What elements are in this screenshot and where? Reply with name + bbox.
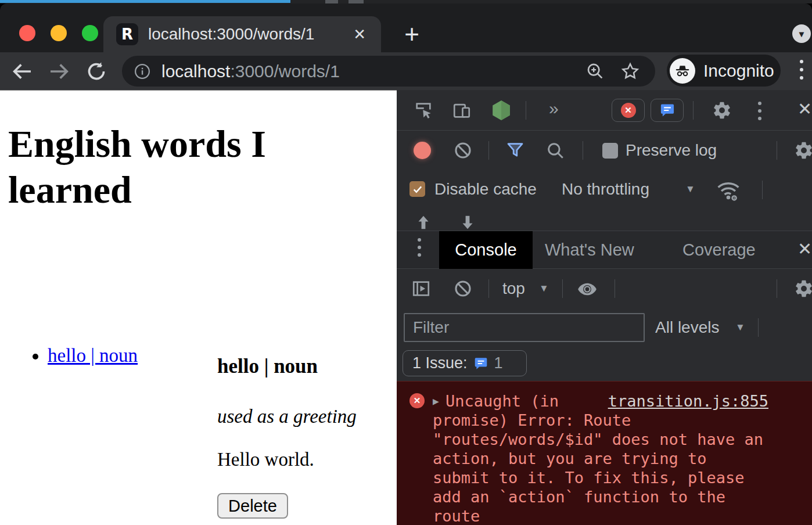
import-har-icon[interactable]: [414, 213, 433, 232]
browser-toolbar: localhost:3000/words/1 Incognito: [0, 52, 812, 90]
back-icon[interactable]: [10, 60, 34, 83]
settings-gear-icon[interactable]: [712, 100, 732, 120]
console-context-select[interactable]: top: [502, 279, 525, 298]
error-count-icon: ✕: [621, 103, 636, 118]
inspect-element-icon[interactable]: [414, 100, 433, 120]
reload-icon[interactable]: [85, 60, 108, 83]
expand-error-icon[interactable]: ▶: [433, 391, 445, 411]
tab-title: localhost:3000/words/1: [148, 25, 353, 44]
console-filter-row: All levels ▼: [397, 308, 812, 347]
issues-label: 1 Issue:: [412, 354, 468, 372]
address-host: localhost: [161, 62, 230, 81]
browser-menu-icon[interactable]: [799, 60, 804, 80]
web-page: English words I learned hello | noun hel…: [0, 90, 397, 525]
devtools-main-toolbar: » ✕ ✕: [397, 90, 812, 131]
error-body: transition.js:855 ▶Uncaught (in promise)…: [433, 391, 768, 525]
record-network-log-icon[interactable]: [414, 142, 431, 159]
network-toolbar: Preserve log: [397, 131, 812, 170]
browser-window: R localhost:3000/words/1 ✕ + ▼ localhost…: [0, 0, 812, 525]
preserve-log-label[interactable]: Preserve log: [626, 141, 717, 160]
word-title: hello | noun: [217, 355, 318, 378]
drawer-menu-icon[interactable]: [418, 238, 421, 257]
forward-icon[interactable]: [48, 60, 71, 83]
network-conditions-icon[interactable]: [716, 178, 741, 204]
tab-search-button[interactable]: ▼: [792, 24, 811, 43]
address-path: :3000/words/1: [230, 62, 339, 81]
fullscreen-window-button[interactable]: [82, 25, 98, 41]
bookmark-star-icon[interactable]: [620, 62, 640, 81]
nodejs-icon[interactable]: [490, 99, 513, 122]
list-item: hello | noun: [48, 345, 138, 366]
issues-icon: [659, 102, 676, 118]
tab-coverage[interactable]: Coverage: [682, 231, 756, 269]
error-message-text: Uncaught (in promise) Error: Route "rout…: [433, 392, 763, 525]
console-errors-badge[interactable]: ✕: [612, 99, 645, 122]
context-dropdown-icon[interactable]: ▼: [539, 283, 549, 294]
tab-bar: R localhost:3000/words/1 ✕ + ▼: [0, 3, 812, 52]
console-settings-gear-icon[interactable]: [794, 279, 812, 299]
throttling-select[interactable]: No throttling: [562, 180, 649, 199]
window-controls: [19, 25, 98, 41]
incognito-badge[interactable]: Incognito: [667, 55, 781, 87]
page-title: English words I learned: [8, 121, 333, 213]
close-window-button[interactable]: [19, 25, 35, 41]
log-levels-select[interactable]: All levels: [655, 318, 719, 337]
filter-funnel-icon[interactable]: [505, 141, 525, 160]
search-icon[interactable]: [545, 141, 565, 160]
remix-favicon-icon: R: [116, 23, 138, 45]
devtools-close-icon[interactable]: ✕: [797, 99, 812, 119]
minimize-window-button[interactable]: [51, 25, 67, 41]
console-issues-row: 1 Issue: 1: [397, 347, 812, 381]
tab-console[interactable]: Console: [439, 231, 533, 269]
network-conditions-row: Disable cache No throttling ▼: [397, 170, 812, 209]
live-expression-eye-icon[interactable]: [576, 278, 598, 300]
more-tabs-icon[interactable]: »: [549, 99, 555, 118]
network-settings-gear-icon[interactable]: [794, 141, 812, 160]
word-list: hello | noun: [0, 345, 138, 366]
browser-tab[interactable]: R localhost:3000/words/1 ✕: [103, 16, 381, 52]
tab-whats-new[interactable]: What's New: [545, 231, 634, 269]
levels-dropdown-icon[interactable]: ▼: [735, 322, 745, 333]
chevron-down-icon: ▼: [797, 29, 806, 39]
info-icon[interactable]: [134, 63, 151, 80]
checkmark-icon: [412, 184, 423, 195]
disable-cache-label[interactable]: Disable cache: [434, 180, 537, 199]
error-source-link[interactable]: transition.js:855: [608, 391, 768, 411]
delete-button[interactable]: Delete: [217, 493, 288, 519]
preserve-log-checkbox[interactable]: [602, 143, 618, 159]
devtools-menu-icon[interactable]: [758, 102, 761, 120]
clear-console-icon[interactable]: [453, 279, 473, 299]
address-bar[interactable]: localhost:3000/words/1: [122, 56, 655, 87]
zoom-icon[interactable]: [585, 62, 605, 81]
throttling-dropdown-icon[interactable]: ▼: [685, 184, 695, 195]
drawer-tab-bar: Console What's New Coverage ✕: [397, 231, 812, 269]
clear-network-icon[interactable]: [453, 141, 473, 160]
console-filter-input[interactable]: [404, 313, 645, 342]
word-definition: used as a greeting: [217, 406, 357, 427]
disable-cache-checkbox[interactable]: [409, 181, 425, 197]
devtools-panel: » ✕ ✕ Preserve log: [397, 90, 812, 525]
device-toolbar-icon[interactable]: [452, 100, 472, 120]
word-link[interactable]: hello | noun: [48, 345, 138, 366]
export-har-icon[interactable]: [458, 213, 477, 232]
issues-counter[interactable]: 1 Issue: 1: [403, 350, 527, 376]
incognito-avatar: [670, 58, 695, 84]
console-toolbar: top ▼: [397, 269, 812, 308]
drawer-close-icon[interactable]: ✕: [797, 239, 812, 259]
error-icon: ✕: [409, 393, 425, 408]
new-tab-button[interactable]: +: [396, 19, 427, 50]
console-error-message: ✕ transition.js:855 ▶Uncaught (in promis…: [397, 381, 812, 525]
issues-count: 1: [494, 354, 503, 372]
incognito-label: Incognito: [703, 61, 774, 81]
issues-badge[interactable]: [651, 99, 684, 122]
issues-icon: [473, 356, 488, 371]
console-sidebar-icon[interactable]: [411, 279, 431, 299]
har-actions-row: [397, 209, 812, 231]
incognito-icon: [674, 62, 691, 80]
tab-close-icon[interactable]: ✕: [353, 26, 366, 44]
word-example: Hello world.: [217, 449, 314, 470]
background-window-blue-edge: [0, 0, 290, 3]
